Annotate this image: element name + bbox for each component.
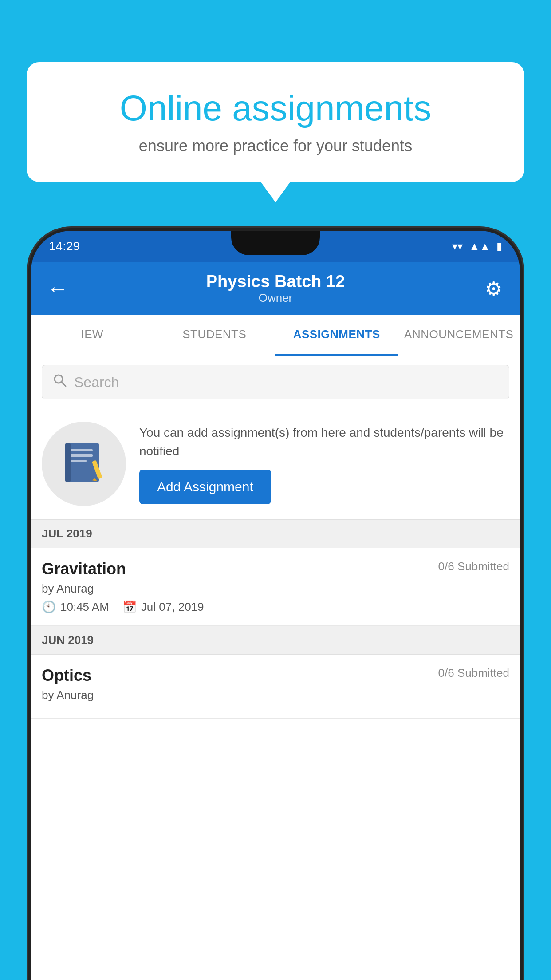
assignment-header-gravitation: Gravitation 0/6 Submitted bbox=[42, 560, 509, 578]
assignment-time-gravitation: 🕙 10:45 AM bbox=[42, 600, 109, 614]
notebook-icon bbox=[62, 439, 106, 488]
back-button[interactable]: ← bbox=[44, 277, 71, 301]
search-placeholder: Search bbox=[74, 374, 119, 391]
screen-content: IEW STUDENTS ASSIGNMENTS ANNOUNCEMENTS S… bbox=[31, 315, 520, 980]
assignment-by-optics: by Anurag bbox=[42, 688, 509, 702]
add-assignment-section: You can add assignment(s) from here and … bbox=[31, 408, 520, 519]
svg-rect-5 bbox=[71, 454, 93, 457]
phone-notch bbox=[231, 231, 320, 255]
search-icon bbox=[53, 373, 67, 391]
svg-rect-6 bbox=[71, 460, 87, 462]
month-divider-jun: JUN 2019 bbox=[31, 626, 520, 655]
add-assignment-right: You can add assignment(s) from here and … bbox=[139, 423, 509, 504]
svg-rect-3 bbox=[65, 443, 71, 482]
app-header: ← Physics Batch 12 Owner ⚙ bbox=[31, 262, 520, 315]
calendar-icon: 📅 bbox=[122, 600, 137, 614]
status-time: 14:29 bbox=[49, 239, 80, 253]
add-assignment-button[interactable]: Add Assignment bbox=[139, 470, 271, 504]
clock-icon: 🕙 bbox=[42, 600, 56, 614]
assignment-title-gravitation: Gravitation bbox=[42, 560, 126, 578]
notebook-icon-circle bbox=[42, 422, 126, 506]
month-divider-jul: JUL 2019 bbox=[31, 519, 520, 548]
svg-line-1 bbox=[61, 382, 66, 386]
phone-frame: 14:29 ▾▾ ▲▲ ▮ ← Physics Batch 12 Owner ⚙… bbox=[31, 231, 520, 980]
add-assignment-desc: You can add assignment(s) from here and … bbox=[139, 423, 509, 461]
tab-iew[interactable]: IEW bbox=[31, 315, 153, 356]
tab-announcements[interactable]: ANNOUNCEMENTS bbox=[398, 315, 520, 356]
signal-icon: ▲▲ bbox=[469, 240, 490, 253]
speech-bubble-area: Online assignments ensure more practice … bbox=[27, 62, 524, 182]
status-icons: ▾▾ ▲▲ ▮ bbox=[452, 240, 502, 253]
tabs-bar: IEW STUDENTS ASSIGNMENTS ANNOUNCEMENTS bbox=[31, 315, 520, 356]
assignment-time-value: 10:45 AM bbox=[60, 600, 109, 614]
speech-bubble: Online assignments ensure more practice … bbox=[27, 62, 524, 182]
speech-bubble-title: Online assignments bbox=[58, 89, 493, 128]
assignment-submitted-gravitation: 0/6 Submitted bbox=[438, 560, 509, 573]
assignment-by-gravitation: by Anurag bbox=[42, 582, 509, 596]
assignment-item-optics[interactable]: Optics 0/6 Submitted by Anurag bbox=[31, 655, 520, 719]
assignment-header-optics: Optics 0/6 Submitted bbox=[42, 666, 509, 685]
search-input-wrapper[interactable]: Search bbox=[42, 365, 509, 399]
assignment-title-optics: Optics bbox=[42, 666, 91, 685]
tab-assignments[interactable]: ASSIGNMENTS bbox=[276, 315, 398, 356]
header-title: Physics Batch 12 bbox=[71, 272, 480, 291]
wifi-icon: ▾▾ bbox=[452, 240, 463, 253]
header-subtitle: Owner bbox=[71, 291, 480, 305]
assignment-date-value: Jul 07, 2019 bbox=[141, 600, 204, 614]
settings-button[interactable]: ⚙ bbox=[480, 277, 507, 300]
battery-icon: ▮ bbox=[496, 240, 502, 253]
assignment-item-gravitation[interactable]: Gravitation 0/6 Submitted by Anurag 🕙 10… bbox=[31, 548, 520, 626]
assignment-submitted-optics: 0/6 Submitted bbox=[438, 666, 509, 680]
speech-bubble-subtitle: ensure more practice for your students bbox=[58, 137, 493, 155]
assignment-date-gravitation: 📅 Jul 07, 2019 bbox=[122, 600, 204, 614]
svg-rect-4 bbox=[71, 449, 93, 451]
assignment-meta-gravitation: 🕙 10:45 AM 📅 Jul 07, 2019 bbox=[42, 600, 509, 614]
tab-students[interactable]: STUDENTS bbox=[153, 315, 276, 356]
search-bar[interactable]: Search bbox=[31, 356, 520, 408]
header-center: Physics Batch 12 Owner bbox=[71, 272, 480, 305]
